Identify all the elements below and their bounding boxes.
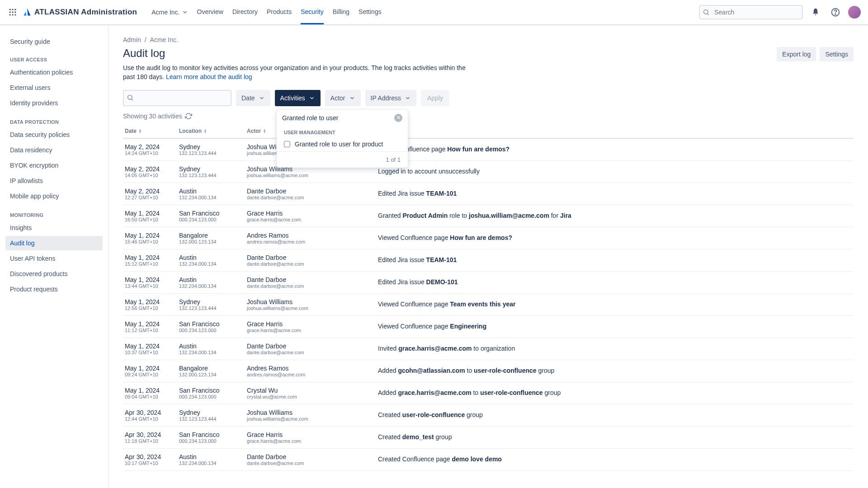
dropdown-option[interactable]: Granted role to user for product	[277, 137, 408, 151]
nav-settings[interactable]: Settings	[359, 0, 382, 24]
sidebar-item-discovered-products[interactable]: Discovered products	[5, 267, 103, 281]
cell-location: Austin132.234.000.134	[179, 254, 247, 267]
cell-location: Bangalore132.000.123.134	[179, 232, 247, 244]
svg-point-7	[12, 14, 13, 15]
table-row: May 1, 202411:12 GMT+10San Francisco000.…	[123, 316, 854, 338]
breadcrumb-org[interactable]: Acme Inc.	[150, 36, 178, 43]
cell-actor: Dante Darboedante.darboe@acme.com	[247, 188, 378, 200]
apply-button[interactable]: Apply	[421, 90, 449, 106]
notifications-icon[interactable]	[808, 5, 823, 19]
cell-date: Apr 30, 202411:18 GMT+10	[125, 431, 179, 444]
cell-actor: Andres Ramosandres.ramos@acme.com	[247, 365, 378, 377]
sidebar-item-authentication-policies[interactable]: Authentication policies	[5, 65, 103, 80]
breadcrumb-sep: /	[145, 36, 146, 43]
sidebar-item-data-security-policies[interactable]: Data security policies	[5, 127, 103, 142]
nav-directory[interactable]: Directory	[232, 0, 258, 24]
cell-action: Edited Jira issue TEAM-101	[378, 256, 852, 265]
cell-location: Sydney132.123.123.444	[179, 298, 247, 311]
sidebar-item-external-users[interactable]: External users	[5, 80, 103, 95]
sidebar-item-identity-providers[interactable]: Identity providers	[5, 96, 103, 110]
table-row: May 1, 202415:12 GMT+10Austin132.234.000…	[123, 249, 854, 272]
filter-actor[interactable]: Actor	[325, 90, 361, 106]
svg-point-0	[9, 9, 11, 10]
header-left: ATLASSIAN Administration Acme Inc. Overv…	[7, 0, 382, 24]
sidebar-item-ip-allowlists[interactable]: IP allowlists	[5, 174, 103, 188]
cell-actor: Dante Darboedante.darboe@acme.com	[247, 254, 378, 267]
sidebar-item-byok-encryption[interactable]: BYOK encryption	[5, 158, 103, 173]
header-right	[699, 5, 861, 19]
refresh-icon[interactable]	[185, 113, 192, 120]
export-log-button[interactable]: Export log	[777, 47, 816, 61]
search-input[interactable]	[699, 5, 803, 19]
cell-date: May 1, 202413:44 GMT+10	[125, 276, 179, 289]
cell-actor: Andres Ramosandres.ramos@acme.com	[247, 232, 378, 244]
col-date[interactable]: Date▲▼	[125, 128, 179, 134]
sort-icon: ▲▼	[263, 129, 266, 133]
svg-point-9	[704, 10, 708, 14]
cell-date: May 1, 202409:04 GMT+10	[125, 387, 179, 399]
sidebar-item-mobile-app-policy[interactable]: Mobile app policy	[5, 189, 103, 203]
cell-date: Apr 30, 202412:44 GMT+10	[125, 409, 179, 422]
page-actions: Export log Settings	[777, 47, 854, 61]
cell-actor: Grace Harrisgrace.harris@acme.com	[247, 431, 378, 444]
filter-search-input[interactable]	[123, 90, 231, 106]
table-row: May 1, 202412:56 GMT+10Sydney132.123.123…	[123, 294, 854, 316]
nav-products[interactable]: Products	[267, 0, 292, 24]
search-icon	[127, 94, 134, 101]
svg-point-1	[12, 9, 13, 10]
nav-security[interactable]: Security	[301, 0, 324, 24]
settings-button[interactable]: Settings	[820, 47, 854, 61]
cell-action: Logged in to account unsuccessfully	[378, 167, 852, 176]
sidebar-item-insights[interactable]: Insights	[5, 221, 103, 235]
atlassian-logo[interactable]: ATLASSIAN Administration	[22, 7, 137, 18]
content: Admin / Acme Inc. Audit log Export log S…	[108, 25, 868, 488]
sidebar-section-data-protection: DATA PROTECTION	[5, 111, 103, 127]
cell-action: Granted Product Admin role to joshua.wil…	[378, 211, 852, 221]
filter-activities[interactable]: Activities	[275, 90, 321, 106]
svg-point-13	[128, 95, 132, 99]
page-title: Audit log	[123, 47, 165, 60]
dropdown-search: ✕	[277, 110, 408, 126]
cell-location: Sydney132.123.123.444	[179, 143, 247, 156]
dropdown-option-checkbox[interactable]	[284, 141, 290, 147]
filter-date[interactable]: Date	[236, 90, 270, 106]
cell-action: Created user-role-confluence group	[378, 411, 852, 420]
nav-overview[interactable]: Overview	[197, 0, 223, 24]
help-icon[interactable]	[828, 5, 843, 19]
sidebar-section-monitoring: MONITORING	[5, 204, 103, 221]
sidebar-section-user-access: USER ACCESS	[5, 49, 103, 65]
avatar[interactable]	[848, 6, 861, 19]
org-selector[interactable]: Acme Inc.	[151, 9, 188, 16]
page-description: Use the audit log to monitor key activit…	[123, 63, 476, 82]
cell-action: Created demo_test group	[378, 433, 852, 442]
cell-action: Added grace.harris@acme.com to user-role…	[378, 389, 852, 398]
cell-date: May 2, 202414:05 GMT+10	[125, 165, 179, 178]
header: ATLASSIAN Administration Acme Inc. Overv…	[0, 0, 868, 25]
page-header: Audit log Export log Settings	[123, 47, 854, 63]
sidebar-item-data-residency[interactable]: Data residency	[5, 143, 103, 157]
cell-actor: Dante Darboedante.darboe@acme.com	[247, 276, 378, 289]
col-location[interactable]: Location▲▼	[179, 128, 247, 134]
cell-actor: Dante Darboedante.darboe@acme.com	[247, 453, 378, 466]
cell-date: May 2, 202412:27 GMT+10	[125, 188, 179, 200]
sidebar-item-audit-log[interactable]: Audit log	[5, 236, 103, 250]
breadcrumb-admin[interactable]: Admin	[123, 36, 141, 43]
learn-more-link[interactable]: Learn more about the audit log	[166, 73, 252, 80]
chevron-down-icon	[405, 95, 411, 101]
dropdown-search-input[interactable]	[282, 114, 402, 122]
table-row: May 1, 202416:50 GMT+10San Francisco000.…	[123, 205, 854, 227]
sidebar: Security guide USER ACCESS Authenticatio…	[0, 25, 108, 488]
cell-actor: Dante Darboedante.darboe@acme.com	[247, 343, 378, 355]
sidebar-item-product-requests[interactable]: Product requests	[5, 282, 103, 296]
cell-location: San Francisco000.234.123.000	[179, 387, 247, 399]
sidebar-item-security-guide[interactable]: Security guide	[5, 34, 103, 49]
clear-icon[interactable]: ✕	[394, 114, 402, 122]
app-switcher-icon[interactable]	[7, 7, 18, 18]
chevron-down-icon	[259, 95, 265, 101]
nav-billing[interactable]: Billing	[333, 0, 349, 24]
sidebar-item-user-api-tokens[interactable]: User API tokens	[5, 251, 103, 266]
cell-action: Created Confluence page demo love demo	[378, 455, 852, 464]
svg-point-8	[14, 14, 16, 15]
cell-location: Austin132.234.000.134	[179, 343, 247, 355]
filter-ip-address[interactable]: IP Address	[365, 90, 416, 106]
